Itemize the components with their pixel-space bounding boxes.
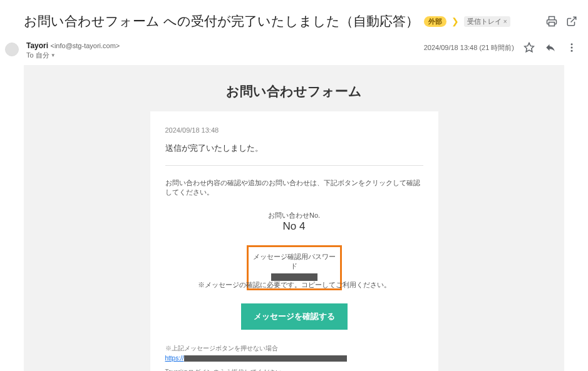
- body-title: お問い合わせフォーム: [24, 65, 564, 111]
- chevron-down-icon[interactable]: ▼: [51, 53, 56, 58]
- footnote-link-1[interactable]: https://: [165, 355, 184, 362]
- footnote-2: Tayoriにログインのうえ返信してください。: [165, 367, 423, 371]
- instruction-text: お問い合わせ内容の確認や追加のお問い合わせは、下記ボタンをクリックして確認してく…: [165, 178, 423, 197]
- card-timestamp: 2024/09/18 13:48: [165, 126, 423, 134]
- svg-point-2: [571, 47, 573, 49]
- star-icon[interactable]: [523, 41, 535, 54]
- open-new-window-icon[interactable]: [565, 15, 578, 28]
- sender-name: Tayori: [26, 41, 48, 50]
- inquiry-no-value: No 4: [165, 220, 423, 233]
- inbox-label[interactable]: 受信トレイ ×: [464, 16, 510, 27]
- email-subject: お問い合わせフォーム への受付が完了いたしました（自動応答）: [24, 13, 419, 30]
- confirm-message-button[interactable]: メッセージを確認する: [241, 303, 348, 330]
- footnote-block: ※上記メッセージボタンを押せない場合 https:// Tayoriにログインの…: [165, 343, 423, 371]
- inbox-label-text: 受信トレイ: [467, 17, 502, 26]
- sender-email: <info@stg-tayori.com>: [50, 42, 120, 49]
- svg-marker-0: [525, 43, 534, 52]
- content-card: 2024/09/18 13:48 送信が完了いたしました。 お問い合わせ内容の確…: [150, 111, 438, 371]
- email-body: お問い合わせフォーム 2024/09/18 13:48 送信が完了いたしました。…: [24, 65, 564, 371]
- copy-note: ※メッセージの確認に必要です。コピーしてご利用ください。: [165, 280, 423, 290]
- more-options-icon[interactable]: [565, 41, 578, 54]
- redacted-url-1: [184, 355, 347, 362]
- inquiry-no-label: お問い合わせNo.: [165, 211, 423, 220]
- reply-icon[interactable]: [544, 41, 557, 54]
- svg-point-3: [571, 50, 573, 52]
- close-icon[interactable]: ×: [503, 18, 507, 25]
- password-label: メッセージ確認用パスワード: [251, 252, 338, 271]
- footnote-1: ※上記メッセージボタンを押せない場合: [165, 343, 423, 353]
- divider: [165, 165, 423, 166]
- email-timestamp: 2024/09/18 13:48 (21 時間前): [424, 43, 514, 53]
- to-line[interactable]: To 自分 ▼: [26, 51, 120, 60]
- external-badge: 外部: [424, 16, 446, 27]
- card-heading: 送信が完了いたしました。: [165, 143, 423, 154]
- print-icon[interactable]: [545, 15, 558, 28]
- avatar[interactable]: [5, 43, 19, 56]
- svg-point-1: [571, 43, 573, 45]
- important-marker-icon[interactable]: ❯: [451, 16, 459, 26]
